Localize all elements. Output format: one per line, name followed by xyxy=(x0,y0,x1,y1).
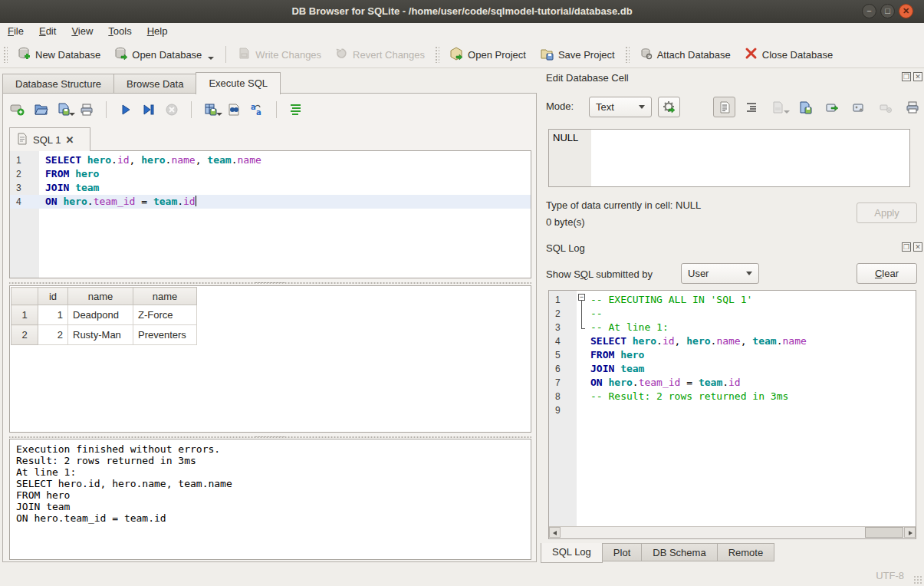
menu-tools[interactable]: Tools xyxy=(100,23,139,41)
open-project-button[interactable]: Open Project xyxy=(442,44,533,66)
float-dock-icon[interactable]: ❐ xyxy=(902,242,911,252)
open-external-icon[interactable] xyxy=(820,97,843,117)
line-number: 6 xyxy=(549,362,575,376)
table-row[interactable]: 11DeadpondZ-Force xyxy=(12,305,197,325)
log-line: 8-- Result: 2 rows returned in 3ms xyxy=(549,390,916,403)
table-row[interactable]: 22Rusty-ManPreventers xyxy=(12,325,197,345)
copy-image-icon[interactable] xyxy=(847,97,870,117)
table-cell[interactable]: 2 xyxy=(38,325,68,345)
menu-view[interactable]: View xyxy=(64,23,100,41)
scroll-left-icon[interactable] xyxy=(549,527,561,538)
scrollbar-thumb[interactable] xyxy=(865,527,903,538)
editor-line[interactable]: 1SELECT hero.id, hero.name, team.name xyxy=(10,153,531,167)
row-header[interactable]: 1 xyxy=(12,305,38,325)
log-line: 3-- At line 1: xyxy=(549,321,916,334)
bottom-tab-db-schema[interactable]: DB Schema xyxy=(642,543,717,561)
revert-changes-button[interactable]: Revert Changes xyxy=(328,44,432,65)
set-null-icon[interactable] xyxy=(874,97,896,117)
close-dock-icon[interactable]: ✕ xyxy=(913,242,922,252)
word-wrap-icon[interactable] xyxy=(740,97,762,117)
table-cell[interactable]: Rusty-Man xyxy=(68,325,133,345)
format-sql-icon[interactable] xyxy=(288,101,304,118)
log-horizontal-scrollbar[interactable] xyxy=(549,526,916,538)
import-data-icon[interactable] xyxy=(767,97,789,117)
log-line: 2-- xyxy=(549,307,916,321)
close-dock-icon[interactable]: ✕ xyxy=(913,72,922,81)
tab-database-structure[interactable]: Database Structure xyxy=(2,74,113,94)
sql-editor[interactable]: 1SELECT hero.id, hero.name, team.name2FR… xyxy=(9,150,531,278)
table-cell[interactable]: Z-Force xyxy=(133,305,197,325)
menu-edit[interactable]: Edit xyxy=(31,23,64,41)
revert-changes-icon xyxy=(335,47,348,62)
resize-grip[interactable] xyxy=(913,575,922,584)
scroll-right-icon[interactable] xyxy=(904,527,916,538)
line-number: 8 xyxy=(549,390,575,403)
bottom-tab-sql-log[interactable]: SQL Log xyxy=(541,543,603,563)
sql-editor-tab-label: SQL 1 xyxy=(33,134,61,146)
execute-current-line-icon[interactable] xyxy=(140,101,157,118)
execution-message-line: At line 1: xyxy=(16,466,524,478)
column-header-id[interactable]: id xyxy=(38,288,68,305)
attach-database-button[interactable]: Attach Database xyxy=(633,44,738,65)
stop-icon[interactable] xyxy=(163,101,180,118)
clear-log-button[interactable]: Clear xyxy=(857,263,917,284)
close-tab-icon[interactable]: ✕ xyxy=(65,134,74,146)
table-cell[interactable]: Preventers xyxy=(133,325,197,345)
toolbar-grip xyxy=(435,46,439,63)
save-sql-file-icon[interactable] xyxy=(55,101,72,118)
close-database-button[interactable]: Close Database xyxy=(738,44,840,65)
execution-message-line: SELECT hero.id, hero.name, team.name xyxy=(16,478,524,489)
sql-editor-tab[interactable]: SQL 1 ✕ xyxy=(9,127,90,151)
menu-help[interactable]: Help xyxy=(140,23,176,41)
svg-text:a: a xyxy=(256,108,261,117)
open-sql-file-icon[interactable] xyxy=(32,101,49,118)
cell-type-text: Type of data currently in cell: NULL xyxy=(546,199,701,211)
column-header-name[interactable]: name xyxy=(133,288,197,305)
execute-all-icon[interactable] xyxy=(117,101,134,118)
find-replace-icon[interactable]: aa xyxy=(248,101,265,118)
minimize-button[interactable]: − xyxy=(862,4,876,18)
tab-execute-sql[interactable]: Execute SQL xyxy=(196,72,281,94)
float-dock-icon[interactable]: ❐ xyxy=(902,72,911,81)
export-results-icon[interactable] xyxy=(202,101,219,118)
execution-message-box[interactable]: Execution finished without errors.Result… xyxy=(9,439,531,560)
editor-line[interactable]: 3JOIN team xyxy=(10,181,531,195)
row-header[interactable]: 2 xyxy=(12,325,38,345)
new-database-button[interactable]: New Database xyxy=(11,44,107,65)
editor-line[interactable]: 4ON hero.team_id = team.id xyxy=(10,195,531,209)
editor-results-splitter[interactable] xyxy=(9,280,531,285)
apply-button[interactable]: Apply xyxy=(857,202,917,223)
close-button[interactable]: ✕ xyxy=(899,4,913,18)
edit-cell-dock-title: Edit Database Cell xyxy=(546,72,629,84)
open-database-button[interactable]: Open Database xyxy=(107,44,221,65)
corner-header[interactable] xyxy=(12,288,38,305)
auto-mode-icon[interactable] xyxy=(658,97,680,117)
cell-value-editor[interactable]: NULL xyxy=(548,129,910,187)
cell-mode-combo[interactable]: Text xyxy=(589,97,652,117)
log-filter-combo[interactable]: User xyxy=(681,263,759,284)
table-cell[interactable]: 1 xyxy=(38,305,68,325)
toolbar-grip xyxy=(625,46,630,63)
bottom-tab-plot[interactable]: Plot xyxy=(603,543,642,561)
table-cell[interactable]: Deadpond xyxy=(68,305,133,325)
write-changes-button[interactable]: Write Changes xyxy=(231,44,328,65)
editor-line[interactable]: 2FROM hero xyxy=(10,167,531,181)
find-icon[interactable] xyxy=(225,101,242,118)
project-save-icon xyxy=(540,47,554,63)
column-header-name[interactable]: name xyxy=(68,288,133,305)
line-number: 5 xyxy=(549,348,575,362)
print-cell-icon[interactable] xyxy=(901,97,923,117)
tab-browse-data[interactable]: Browse Data xyxy=(113,74,196,94)
print-icon[interactable] xyxy=(78,101,95,118)
execution-message-line: ON hero.team_id = team.id xyxy=(16,512,524,524)
new-sql-tab-icon[interactable] xyxy=(9,101,26,118)
save-project-button[interactable]: Save Project xyxy=(533,44,622,66)
line-number: 9 xyxy=(549,403,575,417)
bottom-tab-remote[interactable]: Remote xyxy=(718,543,775,561)
sql-log-view[interactable]: − 1-- EXECUTING ALL IN 'SQL 1'2--3-- At … xyxy=(548,290,916,539)
export-data-icon[interactable] xyxy=(794,97,816,117)
dropdown-caret-icon[interactable] xyxy=(208,57,214,60)
maximize-button[interactable]: □ xyxy=(880,4,895,18)
text-view-icon[interactable] xyxy=(713,97,735,117)
menu-file[interactable]: File xyxy=(0,23,31,41)
